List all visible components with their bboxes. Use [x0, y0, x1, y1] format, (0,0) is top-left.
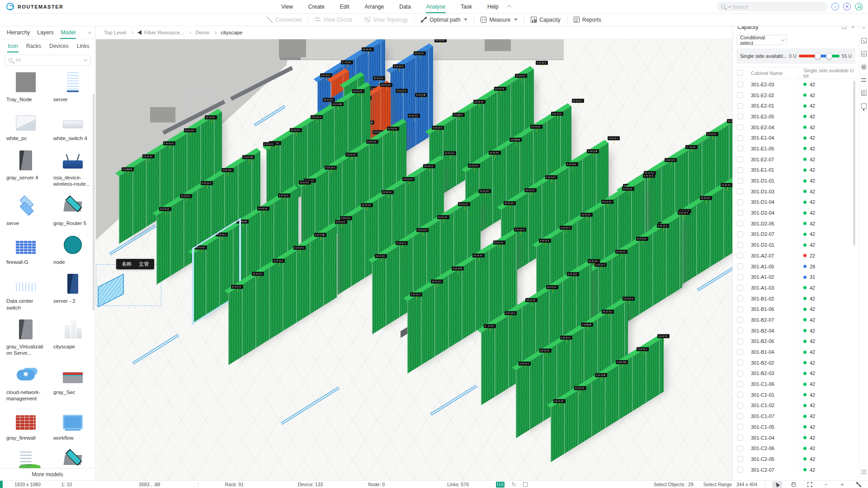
model-item-data-center-switch[interactable]: Data center switch — [6, 272, 45, 311]
table-row[interactable]: 301-B1-0242 — [736, 293, 855, 304]
circuit-panel-icon[interactable] — [861, 77, 867, 83]
table-row[interactable]: 301-B2-0742 — [736, 314, 855, 325]
scene-canvas[interactable]: 名称立管 — [96, 39, 732, 480]
model-item-workflow[interactable]: workflow — [53, 409, 92, 441]
table-row[interactable]: 301-E1-0442 — [736, 132, 855, 143]
table-row[interactable]: 301-E2-0542 — [736, 111, 855, 122]
model-item-gray-firewall[interactable]: gray_firewall — [6, 409, 45, 441]
menu-item-analyse[interactable]: Analyse — [419, 0, 453, 13]
row-checkbox[interactable] — [737, 92, 743, 98]
subtab-devices[interactable]: Devices — [46, 40, 72, 52]
model-item-gray-router-5[interactable]: gray_Router 5 — [53, 195, 92, 226]
table-row[interactable]: 301-B1-0642 — [736, 304, 855, 314]
menu-item-help[interactable]: Help — [480, 0, 506, 13]
table-row[interactable]: 301-C1-0142 — [736, 389, 855, 400]
row-checkbox[interactable] — [737, 113, 743, 119]
table-row[interactable]: 301-A1-0528 — [736, 261, 855, 272]
row-checkbox[interactable] — [737, 103, 743, 109]
model-item-white-switch-4[interactable]: white_switch 4 — [53, 110, 92, 141]
table-row[interactable]: 301-C1-0642 — [736, 379, 855, 389]
row-checkbox[interactable] — [737, 242, 743, 248]
tab-model[interactable]: Model — [57, 27, 79, 38]
marquee-select-icon[interactable] — [523, 482, 528, 487]
table-row[interactable]: 301-E1-0142 — [736, 165, 855, 176]
user-icon[interactable] — [855, 3, 863, 10]
row-checkbox[interactable] — [737, 381, 743, 387]
table-row[interactable]: 301-E1-0542 — [736, 143, 855, 154]
strip-menu-icon[interactable] — [861, 470, 867, 474]
fullscreen-button[interactable] — [854, 481, 863, 488]
table-row[interactable]: 301-E2-0742 — [736, 154, 855, 165]
row-checkbox[interactable] — [737, 81, 743, 87]
table-row[interactable]: 301-D1-0142 — [736, 175, 855, 186]
refresh-icon[interactable]: ↻ — [512, 482, 516, 488]
row-checkbox[interactable] — [737, 167, 743, 173]
row-checkbox[interactable] — [737, 188, 743, 194]
model-item-tray-node[interactable]: Tray_Node — [6, 71, 45, 103]
monitor-panel-icon[interactable] — [861, 103, 867, 109]
row-checkbox[interactable] — [737, 285, 743, 291]
model-item-gray-router-6[interactable]: gray_Router 6 — [53, 448, 92, 468]
model-item-gray-sec[interactable]: gray_Sec — [53, 364, 92, 402]
toolbar-measure[interactable]: Measure — [474, 17, 524, 23]
table-row[interactable]: 301-D2-0542 — [736, 218, 855, 229]
select-all-checkbox[interactable] — [737, 70, 743, 76]
table-row[interactable]: 301-C1-0242 — [736, 400, 855, 411]
row-checkbox[interactable] — [737, 263, 743, 269]
tab-hierarchy[interactable]: Hierarchy — [4, 27, 33, 38]
row-checkbox[interactable] — [737, 135, 743, 141]
chart-panel-icon[interactable] — [861, 38, 867, 43]
model-item-cloud-network-management[interactable]: cloud-network-management — [6, 364, 45, 402]
slider-handle-1[interactable] — [815, 53, 821, 59]
model-item-cityscape[interactable]: cityscape — [53, 318, 92, 357]
capacity-range-slider[interactable] — [799, 55, 840, 57]
table-row[interactable]: 301-C2-0642 — [736, 443, 855, 454]
topology-panel-icon[interactable] — [861, 64, 867, 70]
breadcrumb-item-top-level[interactable]: Top Level — [104, 30, 126, 35]
table-row[interactable]: 301-C2-0742 — [736, 465, 855, 475]
row-checkbox[interactable] — [737, 435, 743, 441]
subtab-links[interactable]: Links — [74, 40, 93, 52]
breadcrumb-item-fiber-resource-[interactable]: Fiber Resource... — [137, 30, 184, 35]
subtab-racks[interactable]: Racks — [23, 40, 44, 52]
menu-item-edit[interactable]: Edit — [332, 0, 357, 13]
table-row[interactable]: 301-E2-0342 — [736, 79, 855, 90]
row-checkbox[interactable] — [737, 392, 743, 398]
input-method-icon[interactable] — [496, 482, 505, 488]
row-checkbox[interactable] — [737, 456, 743, 462]
row-checkbox[interactable] — [737, 338, 743, 344]
row-checkbox[interactable] — [737, 145, 743, 151]
table-row[interactable]: 301-E2-0442 — [736, 122, 855, 133]
model-item-server[interactable]: server — [53, 71, 92, 103]
row-checkbox[interactable] — [737, 413, 743, 419]
model-item-serve[interactable]: serve — [6, 195, 45, 226]
row-checkbox[interactable] — [737, 253, 743, 258]
row-checkbox[interactable] — [737, 296, 743, 301]
row-checkbox[interactable] — [737, 403, 743, 408]
table-row[interactable]: 301-A1-0231 — [736, 272, 855, 282]
table-row[interactable]: 301-C1-0742 — [736, 411, 855, 422]
table-row[interactable]: 301-B1-0442 — [736, 347, 855, 357]
table-row[interactable]: 301-B2-0342 — [736, 368, 855, 379]
table-row[interactable]: 301-D2-0142 — [736, 239, 855, 250]
table-row[interactable]: 301-A1-0342 — [736, 282, 855, 293]
row-checkbox[interactable] — [737, 306, 743, 312]
slider-handle-2[interactable] — [826, 53, 832, 59]
breadcrumb-item-cityscape[interactable]: cityscape — [221, 30, 242, 35]
collapse-panel-icon[interactable]: « — [88, 29, 91, 36]
table-row[interactable]: 301-B2-0642 — [736, 336, 855, 347]
table-row[interactable]: 301-E2-0242 — [736, 90, 855, 101]
pan-tool-button[interactable] — [788, 481, 798, 488]
table-row[interactable]: 301-C1-0542 — [736, 422, 855, 432]
model-item-nwvdi-building-white[interactable]: NWVDI Building white — [6, 448, 45, 468]
model-item-gray-virtualization-serve-[interactable]: gray_Virtualization Serve... — [6, 318, 45, 357]
fit-view-button[interactable] — [805, 481, 815, 488]
table-row[interactable]: 301-B2-0442 — [736, 325, 855, 336]
row-checkbox[interactable] — [737, 317, 743, 323]
row-checkbox[interactable] — [737, 231, 743, 237]
info-icon[interactable]: i — [831, 3, 839, 10]
conditional-select-dropdown[interactable]: Conditional select — [736, 35, 787, 45]
breadcrumb-item-demo[interactable]: Demo — [195, 30, 209, 35]
menu-item-arrange[interactable]: Arrange — [357, 0, 392, 13]
row-checkbox[interactable] — [737, 156, 743, 162]
